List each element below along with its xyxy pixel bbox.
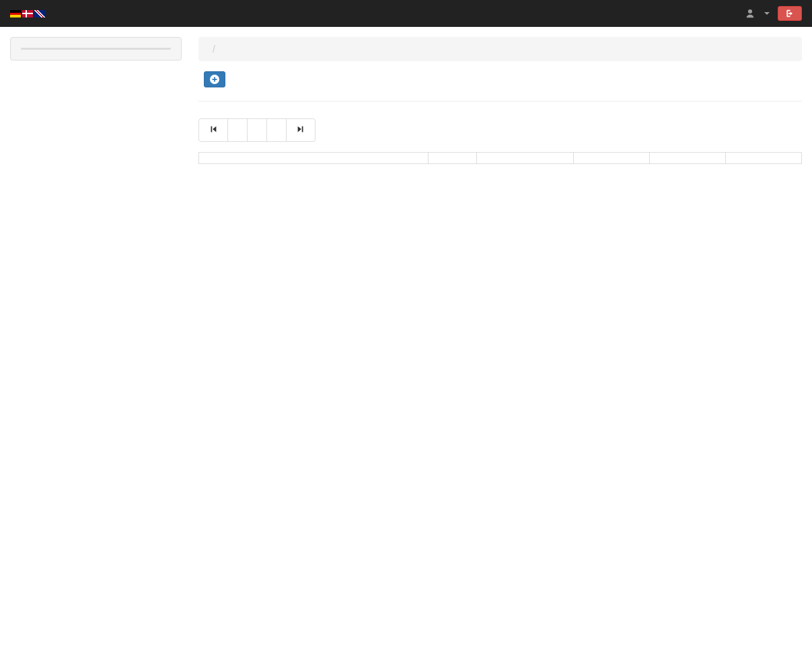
pagination-size-50[interactable]: [247, 118, 267, 142]
breadcrumb: /: [198, 37, 802, 61]
logout-button[interactable]: [778, 6, 802, 21]
sidebar: [10, 37, 182, 61]
navbar: [0, 0, 812, 27]
language-flags: [10, 10, 45, 17]
caret-down-icon: [764, 12, 770, 15]
th-edit: [725, 153, 801, 164]
step-backward-icon: [209, 124, 218, 134]
pagination: [198, 118, 316, 142]
pagination-first[interactable]: [198, 118, 228, 142]
plus-circle-icon: [210, 75, 219, 84]
pagination-size-100[interactable]: [266, 118, 287, 142]
th-delete: [649, 153, 725, 164]
step-forward-icon: [296, 124, 305, 134]
signout-icon: [784, 9, 793, 18]
user-icon: [745, 9, 755, 18]
navbar-user-menu[interactable]: [745, 9, 770, 18]
add-template-button[interactable]: [204, 71, 225, 87]
th-export: [573, 153, 649, 164]
main-content: /: [198, 37, 802, 164]
flag-uk[interactable]: [34, 10, 45, 17]
pagination-size-20[interactable]: [227, 118, 248, 142]
pagination-last[interactable]: [286, 118, 316, 142]
template-table: [198, 152, 802, 164]
flag-dk[interactable]: [22, 10, 33, 17]
flag-de[interactable]: [10, 10, 21, 17]
